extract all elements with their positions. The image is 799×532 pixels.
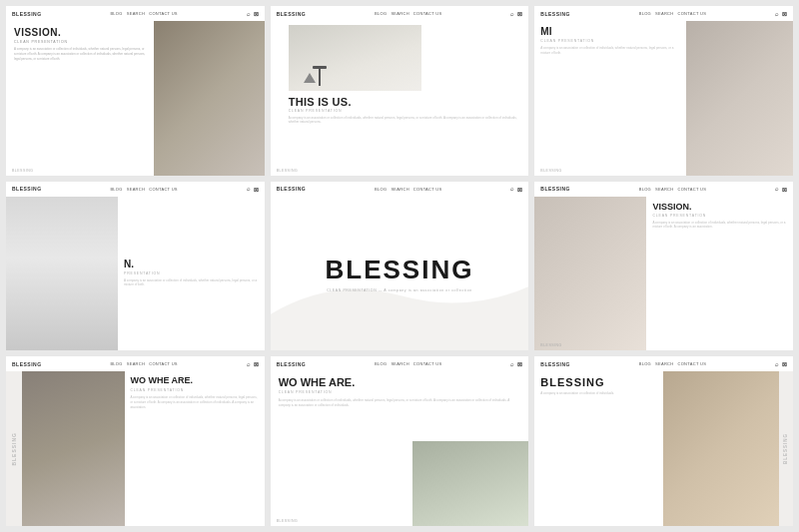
slide-1-content: VISSION. CLEAN PRESENTATION A company is… — [6, 21, 265, 176]
vertical-label-col: BLESSING — [779, 371, 793, 526]
search-icon[interactable]: ⌕ — [247, 11, 251, 17]
slide-subtitle: CLEAN PRESENTATION — [14, 40, 146, 44]
nav-search[interactable]: SEARCH — [127, 187, 145, 192]
cart-icon[interactable]: ⊠ — [782, 360, 787, 367]
nav-blog[interactable]: BLOG — [375, 11, 387, 16]
nav-search[interactable]: SEARCH — [655, 361, 673, 366]
search-icon[interactable]: ⌕ — [775, 361, 779, 367]
cart-icon[interactable]: ⊠ — [517, 10, 522, 17]
nav-blog[interactable]: BLOG — [639, 361, 651, 366]
nav-brand: BLESSING — [540, 11, 570, 17]
nav-search[interactable]: SEARCH — [655, 11, 673, 16]
slide-subtitle: CLEAN PRESENTATION — [279, 390, 521, 394]
nav-search[interactable]: SEARCH — [655, 187, 673, 192]
slide-8-content: WO WHE ARE. CLEAN PRESENTATION A company… — [271, 371, 529, 526]
slide-body: A company is an association or collectio… — [14, 47, 146, 61]
search-icon[interactable]: ⌕ — [775, 11, 779, 17]
slide-title: MI — [540, 27, 679, 37]
slide-4-content: N. PRESENTATION A company is an associat… — [6, 197, 265, 351]
text-area: WO WHE ARE. CLEAN PRESENTATION A company… — [125, 371, 264, 526]
nav-bar: BLESSING BLOG SEARCH CONTACT US ⌕ ⊠ — [6, 356, 265, 371]
slide-who-we-are-2: BLESSING BLOG SEARCH CONTACT US ⌕ ⊠ WO W… — [271, 356, 529, 526]
cart-icon[interactable]: ⊠ — [782, 10, 787, 17]
nav-search[interactable]: SEARCH — [391, 11, 408, 16]
nav-bar: BLESSING BLOG SEARCH CONTACT US ⌕ ⊠ — [534, 6, 793, 21]
search-icon[interactable]: ⌕ — [775, 186, 779, 192]
search-icon[interactable]: ⌕ — [510, 186, 514, 192]
text-area: VISSION. CLEAN PRESENTATION A company is… — [6, 21, 154, 176]
vertical-label: BLESSING — [783, 433, 788, 464]
slide-title: WO WHE ARE. — [279, 376, 521, 388]
slide-mi: BLESSING BLOG SEARCH CONTACT US ⌕ ⊠ MI C… — [534, 6, 793, 176]
slide-blessing-2: BLESSING BLOG SEARCH CONTACT US ⌕ ⊠ BLES… — [534, 356, 793, 526]
nav-contact[interactable]: CONTACT US — [149, 187, 178, 192]
search-icon[interactable]: ⌕ — [247, 186, 251, 192]
nav-contact[interactable]: CONTACT US — [678, 361, 707, 366]
nav-search[interactable]: SEARCH — [127, 11, 145, 16]
nav-contact[interactable]: CONTACT US — [413, 361, 442, 366]
slide-body: A company is an association or collectio… — [130, 395, 259, 409]
nav-icons: ⌕ ⊠ — [510, 186, 522, 193]
cart-icon[interactable]: ⊠ — [254, 360, 259, 367]
nav-bar: BLESSING BLOG SEARCH CONTACT US ⌕ ⊠ — [534, 356, 793, 371]
nav-icons: ⌕ ⊠ — [775, 186, 787, 193]
nav-blog[interactable]: BLOG — [639, 187, 651, 192]
slide-body: A company is an association or collectio… — [540, 46, 679, 56]
nav-blog[interactable]: BLOG — [110, 11, 122, 16]
nav-links: BLOG SEARCH CONTACT US — [639, 187, 706, 192]
nav-contact[interactable]: CONTACT US — [413, 187, 442, 192]
nav-bar: BLESSING BLOG SEARCH CONTACT US ⌕ ⊠ — [6, 182, 265, 197]
slide-9-content: BLESSING A company is an association or … — [534, 371, 793, 526]
nav-icons: ⌕ ⊠ — [510, 10, 522, 17]
nav-blog[interactable]: BLOG — [375, 361, 387, 366]
nav-search[interactable]: SEARCH — [391, 187, 408, 192]
nav-icons: ⌕ ⊠ — [775, 360, 787, 367]
cart-icon[interactable]: ⊠ — [517, 186, 522, 193]
nav-contact[interactable]: CONTACT US — [678, 187, 707, 192]
slide-2-content: THIS IS US. CLEAN PRESENTATION A company… — [271, 21, 529, 176]
nav-links: BLOG SEARCH CONTACT US — [375, 361, 441, 366]
slide-office: BLESSING BLOG SEARCH CONTACT US ⌕ ⊠ N. P… — [6, 182, 265, 351]
nav-search[interactable]: SEARCH — [391, 361, 408, 366]
nav-blog[interactable]: BLOG — [110, 187, 122, 192]
text-area: VISSION. CLEAN PRESENTATION A company is… — [646, 197, 793, 351]
nav-blog[interactable]: BLOG — [375, 187, 387, 192]
slide-body: A company is an association or collectio… — [124, 278, 259, 288]
nav-links: BLOG SEARCH CONTACT US — [375, 187, 441, 192]
slide-image — [154, 21, 264, 176]
team-photo — [534, 197, 646, 351]
lamp-decoration — [319, 66, 321, 86]
nav-links: BLOG SEARCH CONTACT US — [110, 361, 177, 366]
bottom-label: BLESSING — [12, 169, 34, 173]
nav-blog[interactable]: BLOG — [639, 11, 651, 16]
vertical-label-col: BLESSING — [6, 371, 22, 526]
cart-icon[interactable]: ⊠ — [782, 186, 787, 193]
search-icon[interactable]: ⌕ — [247, 361, 251, 367]
team-image — [534, 197, 646, 351]
bottom-label: BLESSING — [540, 169, 562, 173]
nav-blog[interactable]: BLOG — [110, 361, 122, 366]
nav-contact[interactable]: CONTACT US — [678, 11, 707, 16]
nav-bar: BLESSING BLOG SEARCH CONTACT US ⌕ ⊠ — [6, 6, 265, 21]
cart-icon[interactable]: ⊠ — [254, 186, 259, 193]
text-area: BLESSING A company is an association or … — [534, 371, 662, 526]
nav-search[interactable]: SEARCH — [127, 361, 145, 366]
bottom-label: BLESSING — [540, 343, 562, 347]
nav-links: BLOG SEARCH CONTACT US — [639, 361, 706, 366]
cart-icon[interactable]: ⊠ — [517, 360, 522, 367]
nav-brand: BLESSING — [540, 186, 570, 192]
slide-7-content: BLESSING WO WHE ARE. CLEAN PRESENTATION … — [6, 371, 265, 526]
search-icon[interactable]: ⌕ — [510, 361, 514, 367]
nav-bar: BLESSING BLOG SEARCH CONTACT US ⌕ ⊠ — [534, 182, 793, 197]
nav-contact[interactable]: CONTACT US — [149, 361, 178, 366]
slide-3-content: MI CLEAN PRESENTATION A company is an as… — [534, 21, 793, 176]
cart-icon[interactable]: ⊠ — [254, 10, 259, 17]
slide-6-content: VISSION. CLEAN PRESENTATION A company is… — [534, 197, 793, 351]
nav-contact[interactable]: CONTACT US — [413, 11, 442, 16]
nav-links: BLOG SEARCH CONTACT US — [110, 187, 177, 192]
nav-icons: ⌕ ⊠ — [247, 10, 259, 17]
nav-contact[interactable]: CONTACT US — [149, 11, 178, 16]
search-icon[interactable]: ⌕ — [510, 11, 514, 17]
desk-image — [289, 25, 421, 91]
nav-bar: BLESSING BLOG SEARCH CONTACT US ⌕ ⊠ — [271, 6, 529, 21]
